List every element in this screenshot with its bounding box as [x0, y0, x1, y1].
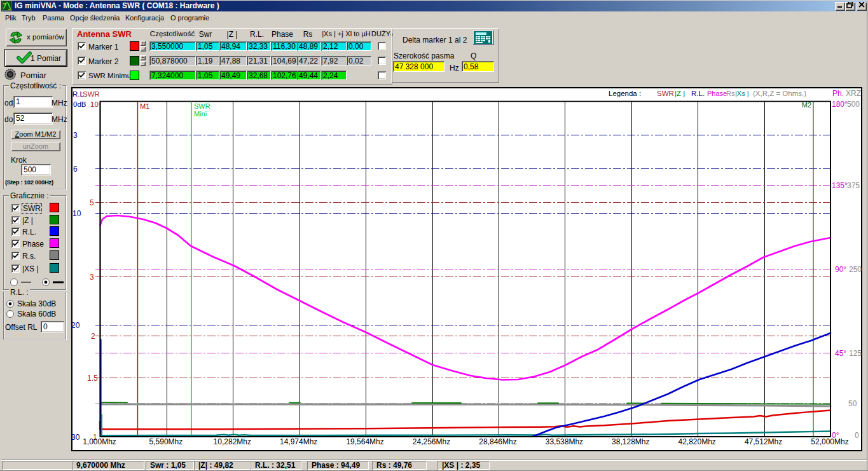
svg-text:3: 3: [90, 273, 94, 282]
svg-text:42,820Mhz: 42,820Mhz: [679, 437, 716, 446]
svg-text:SWR: SWR: [83, 90, 100, 98]
svg-text:180°: 180°: [832, 100, 848, 109]
svg-text:250: 250: [849, 265, 862, 274]
svg-text:|Z |: |Z |: [675, 90, 685, 97]
svg-text:M2: M2: [802, 101, 811, 109]
svg-text:20: 20: [71, 321, 80, 330]
svg-text:375: 375: [847, 181, 860, 190]
svg-text:1.5: 1.5: [87, 374, 98, 383]
svg-text:19,564Mhz: 19,564Mhz: [346, 437, 383, 446]
svg-text:6: 6: [73, 165, 78, 174]
svg-text:28,846Mhz: 28,846Mhz: [479, 437, 516, 446]
svg-text:R.L.: R.L.: [691, 90, 705, 97]
svg-text:90°: 90°: [835, 265, 846, 274]
svg-text:Ph.: Ph.: [832, 89, 844, 98]
svg-text:38,128Mhz: 38,128Mhz: [612, 437, 649, 446]
svg-text:Legenda :: Legenda :: [609, 90, 641, 97]
svg-text:33,538Mhz: 33,538Mhz: [546, 437, 583, 446]
svg-text:45°: 45°: [835, 349, 846, 358]
svg-text:SWR: SWR: [657, 90, 674, 97]
svg-text:125: 125: [849, 349, 862, 358]
svg-text:XRZ: XRZ: [846, 89, 861, 98]
svg-text:Rs: Rs: [726, 90, 735, 97]
svg-text:M1: M1: [140, 102, 149, 110]
svg-text:14,974Mhz: 14,974Mhz: [280, 437, 317, 446]
svg-text:52,000Mhz: 52,000Mhz: [811, 437, 848, 446]
svg-text:47,512Mhz: 47,512Mhz: [745, 437, 782, 446]
svg-text:1,000Mhz: 1,000Mhz: [83, 437, 116, 446]
svg-text:3: 3: [73, 131, 78, 140]
svg-text:10,282Mhz: 10,282Mhz: [214, 437, 251, 446]
svg-text:2: 2: [91, 332, 95, 341]
svg-text:5,590Mhz: 5,590Mhz: [149, 437, 183, 446]
svg-text:0dB: 0dB: [73, 100, 86, 108]
svg-text:Phase: Phase: [707, 90, 727, 97]
svg-text:24,256Mhz: 24,256Mhz: [413, 437, 450, 446]
svg-text:0: 0: [855, 431, 859, 440]
svg-text:Mini: Mini: [194, 110, 207, 118]
svg-text:10: 10: [72, 209, 81, 218]
svg-text:SWR: SWR: [194, 102, 210, 110]
svg-text:50: 50: [848, 399, 857, 408]
svg-text:500: 500: [847, 100, 860, 109]
svg-text:30: 30: [71, 433, 80, 442]
svg-text:5: 5: [90, 198, 94, 207]
svg-text:|Xs |: |Xs |: [735, 90, 749, 97]
svg-text:10: 10: [90, 100, 99, 108]
svg-text:135°: 135°: [832, 181, 848, 190]
svg-text:(X,R,Z = Ohms.): (X,R,Z = Ohms.): [753, 90, 806, 97]
